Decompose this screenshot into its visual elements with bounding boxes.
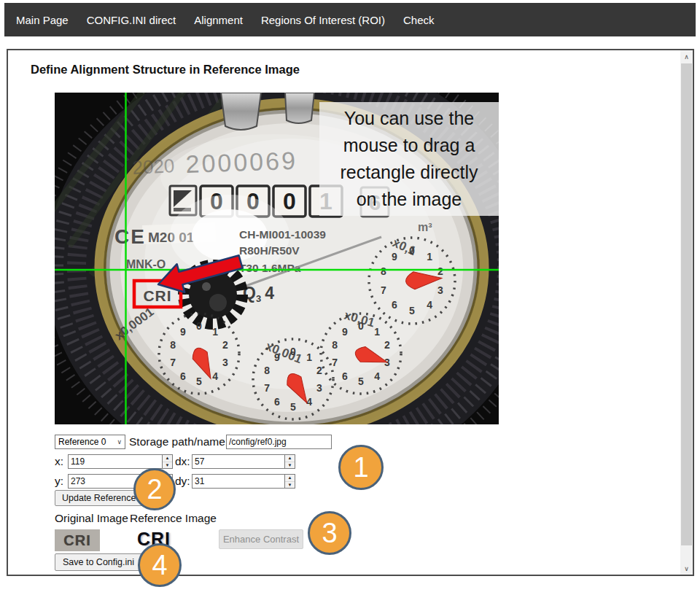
svg-text:5: 5 — [196, 376, 202, 387]
svg-text:2020: 2020 — [132, 155, 175, 179]
page-title: Define Alignment Structure in Reference … — [31, 63, 300, 77]
chevron-down-icon: ∨ — [117, 438, 122, 446]
svg-text:6: 6 — [180, 370, 186, 382]
hint-line: on the image — [319, 186, 499, 213]
x-spinner[interactable]: ▲▼ — [162, 454, 173, 469]
cri-mark-text: CRI — [143, 287, 171, 304]
svg-text:CE: CE — [114, 225, 146, 248]
x-label: x: — [55, 454, 63, 469]
svg-text:4: 4 — [374, 370, 380, 382]
reference-select[interactable]: Reference 0 ∨ — [55, 435, 125, 449]
reference-image-canvas[interactable]: 2020 2000069 0 0 0 1 6 m³ — [55, 93, 499, 424]
svg-text:8: 8 — [264, 365, 270, 376]
nav-config-ini[interactable]: CONFIG.INI direct — [87, 14, 176, 26]
svg-text:8: 8 — [381, 265, 386, 277]
svg-text:9: 9 — [392, 251, 397, 262]
dx-spinner[interactable]: ▲▼ — [284, 454, 295, 469]
original-image-label: Original Image — [55, 511, 128, 526]
svg-text:4: 4 — [212, 370, 218, 382]
svg-text:7: 7 — [170, 357, 176, 368]
unit-label: m³ — [418, 221, 432, 233]
svg-text:2: 2 — [316, 365, 322, 376]
svg-text:6: 6 — [274, 396, 280, 408]
content-frame: Define Alignment Structure in Reference … — [7, 49, 694, 576]
top-nav: Main Page CONFIG.INI direct Alignment Re… — [4, 3, 696, 36]
save-to-config-button[interactable]: Save to Config.ini — [55, 553, 142, 571]
svg-text:1: 1 — [306, 351, 312, 363]
dy-input[interactable] — [192, 474, 284, 489]
svg-text:9: 9 — [180, 326, 186, 338]
spinner-down-icon[interactable]: ▼ — [285, 482, 295, 489]
svg-text:1: 1 — [212, 326, 218, 338]
svg-text:8: 8 — [332, 339, 338, 351]
svg-text:6: 6 — [392, 299, 397, 311]
x-input[interactable] — [68, 454, 162, 469]
update-reference-button[interactable]: Update Reference — [55, 490, 143, 506]
reference-select-value: Reference 0 — [58, 437, 106, 447]
hint-line: You can use the — [319, 105, 499, 132]
svg-text:3: 3 — [438, 284, 443, 296]
dx-label: dx: — [175, 454, 190, 469]
svg-text:2: 2 — [222, 339, 228, 351]
svg-text:1: 1 — [427, 251, 432, 262]
svg-text:2: 2 — [438, 265, 443, 277]
svg-text:2000069: 2000069 — [185, 147, 298, 178]
svg-text:5: 5 — [290, 401, 296, 413]
scroll-up-icon[interactable]: ∧ — [680, 50, 693, 63]
step-badge-2: 2 — [133, 468, 176, 510]
svg-text:1: 1 — [374, 326, 380, 338]
spinner-down-icon[interactable]: ▼ — [163, 462, 172, 469]
svg-text:0: 0 — [196, 320, 202, 332]
svg-text:7: 7 — [381, 284, 386, 296]
svg-text:R80H/R50V: R80H/R50V — [239, 244, 300, 257]
svg-text:3: 3 — [222, 357, 228, 368]
nav-alignment[interactable]: Alignment — [194, 14, 243, 26]
nav-main-page[interactable]: Main Page — [16, 14, 69, 26]
nav-roi[interactable]: Regions Of Interest (ROI) — [261, 14, 385, 26]
svg-text:MNK-O: MNK-O — [126, 258, 166, 271]
svg-text:7: 7 — [332, 357, 338, 368]
storage-path-input[interactable] — [226, 435, 332, 449]
svg-text:T30 1.6MPa: T30 1.6MPa — [239, 262, 301, 274]
reference-image-label: Reference Image — [130, 511, 217, 526]
original-image-thumb: CRI — [55, 529, 100, 551]
step-badge-1: 1 — [338, 445, 384, 490]
svg-text:8: 8 — [170, 339, 176, 351]
svg-text:5: 5 — [358, 376, 364, 387]
spinner-up-icon[interactable]: ▲ — [285, 475, 295, 482]
dx-input[interactable] — [192, 454, 284, 469]
nav-check[interactable]: Check — [403, 14, 435, 26]
step-badge-3: 3 — [308, 511, 351, 555]
frame-scrollbar[interactable]: ∧ ∨ — [680, 50, 693, 575]
svg-text:9: 9 — [342, 326, 348, 338]
storage-path-label: Storage path/name: — [129, 435, 228, 449]
svg-text:4: 4 — [427, 299, 432, 311]
spinner-down-icon[interactable]: ▼ — [285, 462, 295, 469]
y-label: y: — [55, 474, 63, 489]
drag-hint-overlay: You can use the mouse to drag a rectangl… — [319, 102, 499, 216]
enhance-contrast-button[interactable]: Enhance Contrast — [219, 529, 303, 549]
hint-line: mouse to drag a — [319, 132, 499, 159]
spinner-up-icon[interactable]: ▲ — [285, 455, 295, 462]
spinner-up-icon[interactable]: ▲ — [163, 455, 172, 462]
scroll-down-icon[interactable]: ∨ — [680, 562, 693, 575]
svg-text:3: 3 — [316, 382, 322, 394]
dy-label: dy: — [175, 474, 190, 489]
svg-text:5: 5 — [409, 305, 415, 316]
svg-text:4: 4 — [306, 396, 312, 408]
hint-line: rectangle directly — [319, 159, 499, 186]
svg-text:6: 6 — [342, 370, 348, 382]
svg-text:0: 0 — [283, 188, 296, 214]
dy-spinner[interactable]: ▲▼ — [284, 474, 295, 489]
scrollbar-thumb[interactable] — [681, 63, 692, 545]
step-badge-4: 4 — [138, 543, 182, 587]
svg-text:2: 2 — [384, 339, 390, 351]
svg-text:7: 7 — [264, 382, 270, 394]
svg-text:CH-MI001-10039: CH-MI001-10039 — [239, 228, 326, 241]
